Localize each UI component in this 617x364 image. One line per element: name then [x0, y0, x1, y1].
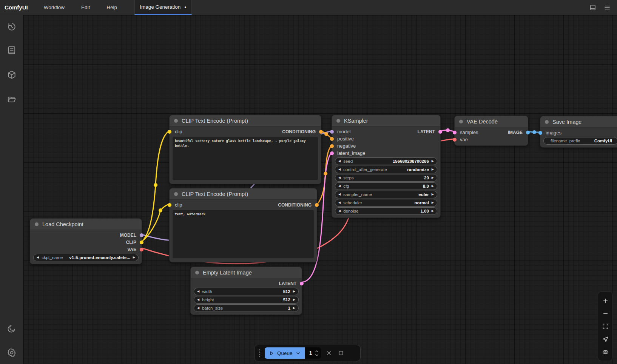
port-dot-vae[interactable] [140, 248, 143, 251]
chevron-down-icon[interactable] [296, 351, 301, 356]
next-value-icon[interactable]: ▶ [133, 256, 135, 259]
widget-ckpt-name[interactable]: ◀ ckpt_name v1-5-pruned-emaonly.safete..… [33, 254, 139, 261]
next-value-icon[interactable]: ▶ [432, 160, 434, 163]
stop-icon[interactable] [337, 349, 345, 357]
collapse-dot[interactable] [174, 119, 178, 123]
prompt-textarea[interactable]: text, watermark [173, 210, 314, 258]
prev-value-icon[interactable]: ◀ [338, 210, 341, 213]
node-graph-canvas[interactable]: Load Checkpoint MODEL CLIP VAE ◀ ckpt_na… [23, 15, 617, 364]
node-vae-decode[interactable]: VAE Decode samples IMAGE vae [454, 116, 528, 146]
drag-handle-icon[interactable] [259, 349, 261, 357]
widget-cfg[interactable]: ◀ cfg 8.0 ▶ [335, 182, 437, 190]
collapse-dot[interactable] [459, 120, 463, 123]
port-dot-conditioning[interactable] [330, 137, 334, 141]
widget-control-after-generate[interactable]: ◀ control_after_generate randomize ▶ [335, 166, 437, 173]
next-value-icon[interactable]: ▶ [432, 176, 434, 179]
collapse-dot[interactable] [195, 271, 199, 275]
workflows-icon[interactable] [4, 92, 19, 107]
prev-value-icon[interactable]: ◀ [338, 193, 341, 196]
port-dot-model[interactable] [330, 130, 334, 134]
node-empty-latent-image[interactable]: Empty Latent Image LATENT ◀ width 512 ▶ … [190, 267, 302, 315]
toggle-visibility-icon[interactable] [601, 348, 609, 356]
node-save-image[interactable]: Save Image images filename_prefix ComfyU… [540, 116, 617, 148]
model-library-icon[interactable] [4, 67, 19, 82]
widget-seed[interactable]: ◀ seed 156680208700286 ▶ [335, 157, 437, 165]
next-value-icon[interactable]: ▶ [432, 193, 434, 196]
prev-value-icon[interactable]: ◀ [338, 201, 341, 204]
prev-value-icon[interactable]: ◀ [37, 256, 39, 259]
port-dot-clip[interactable] [168, 130, 171, 134]
prev-value-icon[interactable]: ◀ [197, 298, 199, 301]
port-dot-image[interactable] [526, 131, 530, 134]
next-value-icon[interactable]: ▶ [432, 201, 434, 204]
port-dot-vae[interactable] [453, 138, 457, 142]
node-library-icon[interactable] [4, 43, 19, 58]
widget-filename-prefix[interactable]: filename_prefix ComfyUI [543, 137, 617, 145]
node-load-checkpoint[interactable]: Load Checkpoint MODEL CLIP VAE ◀ ckpt_na… [30, 218, 142, 264]
port-dot-latent[interactable] [438, 130, 442, 134]
widget-height[interactable]: ◀ height 512 ▶ [194, 296, 299, 304]
node-header[interactable]: VAE Decode [455, 116, 528, 127]
batch-count-field[interactable]: 1 [305, 347, 321, 359]
port-dot-model[interactable] [140, 233, 143, 237]
port-dot-conditioning[interactable] [315, 203, 319, 207]
zoom-in-icon[interactable] [601, 296, 609, 305]
collapse-dot[interactable] [545, 120, 549, 124]
next-value-icon[interactable]: ▶ [432, 210, 434, 213]
zoom-out-icon[interactable] [601, 309, 609, 318]
batch-count-value[interactable]: 1 [309, 350, 313, 356]
queue-button[interactable]: Queue [265, 347, 305, 359]
prev-value-icon[interactable]: ◀ [338, 176, 341, 179]
port-dot-latent[interactable] [330, 151, 334, 155]
node-header[interactable]: CLIP Text Encode (Prompt) [170, 188, 317, 200]
collapse-dot[interactable] [336, 119, 340, 123]
next-value-icon[interactable]: ▶ [293, 298, 295, 301]
prev-value-icon[interactable]: ◀ [197, 307, 199, 310]
prompt-textarea[interactable]: beautiful scenery nature glass bottle la… [173, 137, 318, 180]
next-value-icon[interactable]: ▶ [293, 307, 295, 310]
port-dot-latent[interactable] [300, 282, 304, 285]
widget-width[interactable]: ◀ width 512 ▶ [194, 288, 299, 295]
fit-view-icon[interactable] [601, 322, 609, 330]
prev-value-icon[interactable]: ◀ [338, 168, 341, 171]
prev-value-icon[interactable]: ◀ [338, 185, 341, 188]
node-header[interactable]: Save Image [540, 116, 617, 128]
menu-edit[interactable]: Edit [73, 0, 98, 15]
port-dot-conditioning[interactable] [330, 144, 334, 148]
tab-image-generation[interactable]: Image Generation ● [134, 0, 192, 15]
prev-value-icon[interactable]: ◀ [197, 290, 199, 293]
port-dot-clip[interactable] [140, 241, 143, 244]
menu-icon[interactable] [603, 3, 612, 12]
next-value-icon[interactable]: ▶ [432, 168, 434, 171]
node-header[interactable]: Load Checkpoint [30, 219, 142, 230]
next-value-icon[interactable]: ▶ [432, 185, 434, 188]
menu-workflow[interactable]: Workflow [35, 0, 73, 15]
select-mode-icon[interactable] [601, 335, 609, 343]
node-header[interactable]: Empty Latent Image [191, 267, 302, 278]
theme-toggle-icon[interactable] [4, 321, 19, 336]
port-dot-conditioning[interactable] [319, 130, 323, 134]
port-dot-latent[interactable] [453, 131, 457, 134]
bottom-panel-icon[interactable] [588, 3, 597, 12]
menu-help[interactable]: Help [98, 0, 125, 15]
port-dot-image[interactable] [538, 131, 542, 135]
prev-value-icon[interactable]: ◀ [338, 160, 341, 163]
node-header[interactable]: KSampler [332, 115, 440, 126]
increment-icon[interactable] [315, 350, 319, 353]
node-ksampler[interactable]: KSampler model LATENT positive negative … [332, 115, 441, 218]
next-value-icon[interactable]: ▶ [293, 290, 295, 293]
history-icon[interactable] [4, 19, 19, 34]
node-clip-text-encode-positive[interactable]: CLIP Text Encode (Prompt) clip CONDITION… [169, 115, 321, 184]
port-dot-clip[interactable] [168, 203, 171, 207]
node-clip-text-encode-negative[interactable]: CLIP Text Encode (Prompt) clip CONDITION… [169, 188, 317, 262]
widget-steps[interactable]: ◀ steps 20 ▶ [335, 174, 437, 182]
clear-queue-icon[interactable] [325, 349, 333, 357]
widget-denoise[interactable]: ◀ denoise 1.00 ▶ [335, 207, 437, 215]
collapse-dot[interactable] [35, 222, 39, 226]
collapse-dot[interactable] [174, 192, 178, 196]
decrement-icon[interactable] [315, 354, 319, 356]
widget-scheduler[interactable]: ◀ scheduler normal ▶ [335, 199, 437, 207]
settings-icon[interactable] [4, 345, 19, 360]
node-header[interactable]: CLIP Text Encode (Prompt) [170, 115, 321, 126]
widget-sampler-name[interactable]: ◀ sampler_name euler ▶ [335, 191, 437, 198]
